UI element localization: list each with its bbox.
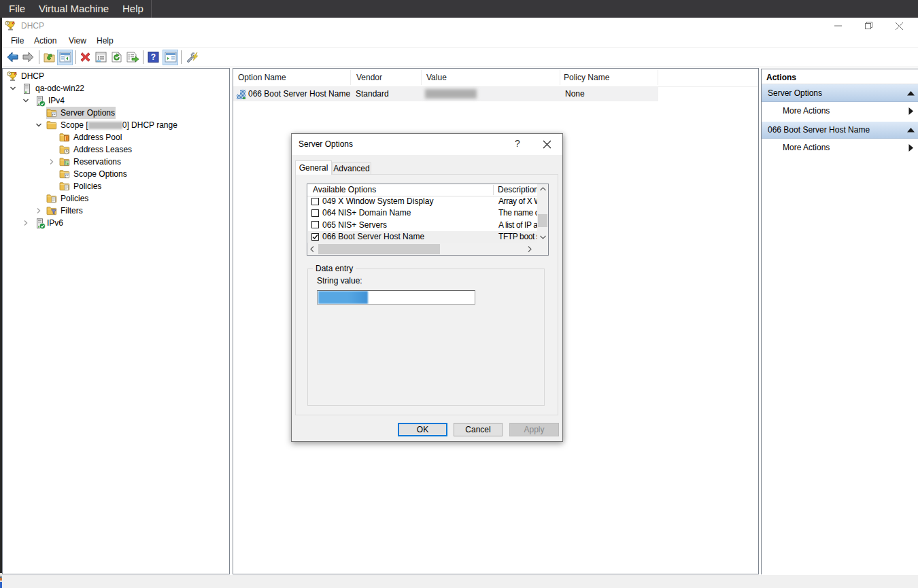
- svg-text:?: ?: [151, 52, 156, 62]
